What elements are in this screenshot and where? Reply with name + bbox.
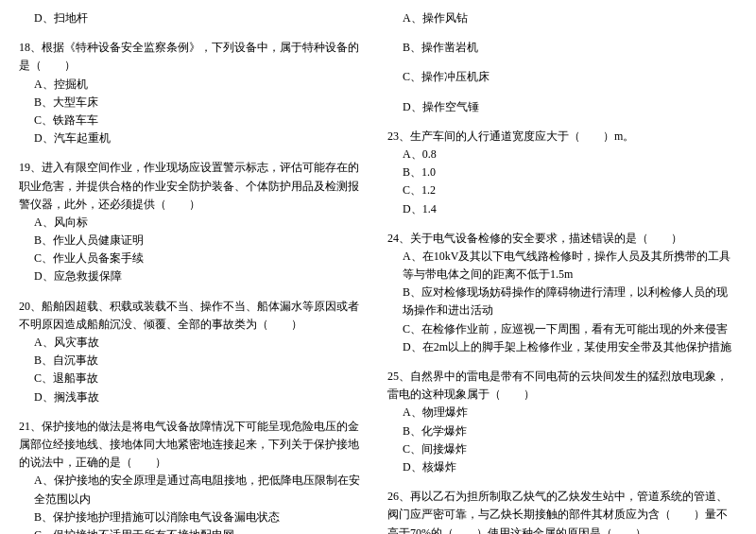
q21-option-c: C、保护接地不适用于所有不接地配电网 [19,526,369,534]
page-container: D、扫地杆 18、根据《特种设备安全监察条例》，下列设备中，属于特种设备的是（ … [19,9,737,534]
q23-option-b: B、1.0 [387,164,737,181]
question-26: 26、再以乙石为担所制取乙炔气的乙炔发生站中，管道系统的管道、阀门应严密可靠，与… [387,488,737,534]
question-25-text: 25、自然界中的雷电是带有不同电荷的云块间发生的猛烈放电现象，雷电的这种现象属于… [387,368,737,404]
q20-option-a: A、风灾事故 [19,334,369,352]
q24-option-a: A、在10kV及其以下电气线路检修时，操作人员及其所携带的工具等与带电体之间的距… [387,248,737,284]
d-option-扫地杆: D、扫地杆 [19,9,369,27]
question-24-text: 24、关于电气设备检修的安全要求，描述错误的是（ ） [387,230,737,248]
option-text: A、操作风钻 [387,9,737,27]
question-21: 21、保护接地的做法是将电气设备故障情况下可能呈现危险电压的金属部位经接地线、接… [19,418,369,534]
option-text: C、操作冲压机床 [387,68,737,86]
q18-option-b: B、大型车床 [19,94,369,112]
question-18-text: 18、根据《特种设备安全监察条例》，下列设备中，属于特种设备的是（ ） [19,39,369,75]
q19-option-d: D、应急救援保障 [19,267,369,285]
question-21-text: 21、保护接地的做法是将电气设备故障情况下可能呈现危险电压的金属部位经接地线、接… [19,418,369,473]
question-20: 20、船舶因超载、积载或装载不当、操作不当、船体漏水等原因或者不明原因造成船舶沉… [19,298,369,406]
q19-option-a: A、风向标 [19,214,369,232]
question-19: 19、进入有限空间作业，作业现场应设置警示标志，评估可能存在的职业危害，并提供合… [19,159,369,285]
option-text: D、操作空气锤 [387,98,737,116]
question-18: 18、根据《特种设备安全监察条例》，下列设备中，属于特种设备的是（ ） A、控掘… [19,39,369,147]
q23-option-c: C、1.2 [387,181,737,199]
content-columns: D、扫地杆 18、根据《特种设备安全监察条例》，下列设备中，属于特种设备的是（ … [19,9,737,534]
q24-option-c: C、在检修作业前，应巡视一下周围，看有无可能出现的外来侵害 [387,320,737,338]
q25-option-c: C、间接爆炸 [387,440,737,458]
r-option-a-风钻: A、操作风钻 [387,9,737,27]
q24-option-b: B、应对检修现场妨碍操作的障碍物进行清理，以利检修人员的现场操作和进出活动 [387,284,737,319]
right-column: A、操作风钻 B、操作凿岩机 C、操作冲压机床 D、操作空气锤 23、生产车间的… [387,9,737,534]
q21-option-a: A、保护接地的安全原理是通过高电阻接地，把低降电压限制在安全范围以内 [19,472,369,508]
question-20-text: 20、船舶因超载、积载或装载不当、操作不当、船体漏水等原因或者不明原因造成船舶沉… [19,298,369,334]
q23-option-d: D、1.4 [387,200,737,218]
question-23: 23、生产车间的人行通道宽度应大于（ ）m。 A、0.8 B、1.0 C、1.2… [387,128,737,218]
option-text: B、操作凿岩机 [387,39,737,57]
q20-option-d: D、搁浅事故 [19,388,369,406]
q18-option-a: A、控掘机 [19,76,369,94]
q24-option-d: D、在2m以上的脚手架上检修作业，某使用安全带及其他保护措施 [387,338,737,356]
question-26-text: 26、再以乙石为担所制取乙炔气的乙炔发生站中，管道系统的管道、阀门应严密可靠，与… [387,488,737,534]
q18-option-d: D、汽车起重机 [19,129,369,147]
q25-option-d: D、核爆炸 [387,458,737,476]
q20-option-b: B、自沉事故 [19,352,369,370]
q25-option-b: B、化学爆炸 [387,422,737,440]
q19-option-c: C、作业人员备案手续 [19,250,369,267]
q25-option-a: A、物理爆炸 [387,404,737,422]
question-19-text: 19、进入有限空间作业，作业现场应设置警示标志，评估可能存在的职业危害，并提供合… [19,159,369,214]
q18-option-c: C、铁路车车 [19,112,369,129]
option-text: D、扫地杆 [19,9,369,27]
q21-option-b: B、保护接地护理措施可以消除电气设备漏电状态 [19,508,369,526]
left-column: D、扫地杆 18、根据《特种设备安全监察条例》，下列设备中，属于特种设备的是（ … [19,9,369,534]
q23-option-a: A、0.8 [387,146,737,164]
r-option-c-冲压机床: C、操作冲压机床 [387,68,737,86]
question-23-text: 23、生产车间的人行通道宽度应大于（ ）m。 [387,128,737,146]
question-25: 25、自然界中的雷电是带有不同电荷的云块间发生的猛烈放电现象，雷电的这种现象属于… [387,368,737,476]
question-24: 24、关于电气设备检修的安全要求，描述错误的是（ ） A、在10kV及其以下电气… [387,230,737,356]
r-option-b-凿岩机: B、操作凿岩机 [387,39,737,57]
r-option-d-空气锤: D、操作空气锤 [387,98,737,116]
q19-option-b: B、作业人员健康证明 [19,232,369,250]
q20-option-c: C、退船事故 [19,370,369,388]
